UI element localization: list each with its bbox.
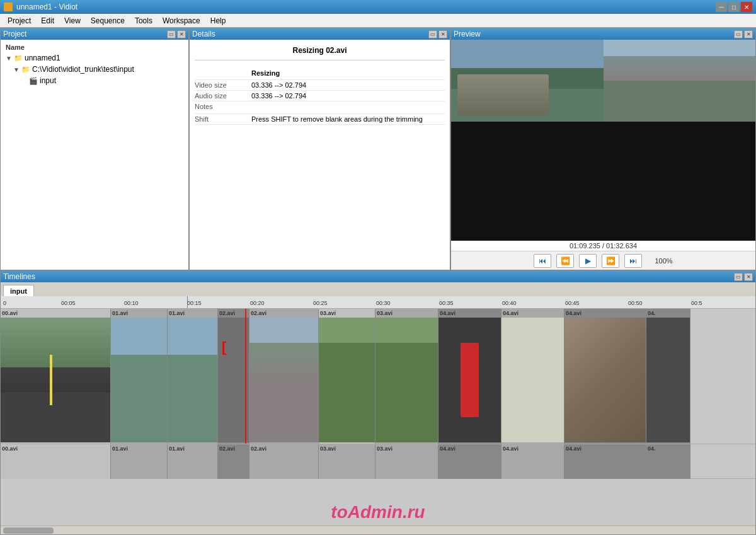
title-bar-controls[interactable]: ─ □ ✕ — [716, 2, 752, 12]
menu-edit[interactable]: Edit — [36, 15, 59, 26]
audio-clip-label-04a: 04.avi — [440, 446, 455, 452]
timelines-close[interactable]: ✕ — [744, 273, 753, 281]
video-clip-02b[interactable]: 02.avi — [249, 309, 319, 444]
project-panel-controls[interactable]: ▭ ✕ — [167, 30, 186, 38]
audio-clip-label-02b: 02.avi — [251, 446, 266, 452]
details-section-value: Resizing — [251, 67, 280, 78]
project-panel-close[interactable]: ✕ — [177, 30, 186, 38]
top-panels: Project ▭ ✕ Name ▼ 📁 unnamed1 ▼ 📁 C:\Vid… — [0, 28, 756, 270]
timelines-label: Timelines — [3, 272, 35, 281]
preview-panel-close[interactable]: ✕ — [744, 30, 753, 38]
clip-label-04c: 04.avi — [566, 310, 581, 316]
menu-workspace[interactable]: Workspace — [158, 15, 205, 26]
tree-label-path: C:\Vidiot\vidiot_trunk\test\input — [32, 65, 134, 74]
details-panel-controls[interactable]: ▭ ✕ — [428, 30, 447, 38]
audio-clip-03a[interactable]: 03.avi — [319, 444, 375, 479]
preview-play-button[interactable]: ▶ — [579, 254, 597, 268]
details-row-audiosize: Audio size 03.336 --> 02.794 — [195, 91, 445, 101]
video-clip-04a[interactable]: 04.avi — [438, 309, 501, 444]
preview-panel-restore[interactable]: ▭ — [734, 30, 743, 38]
preview-main — [451, 122, 755, 241]
maximize-button[interactable]: □ — [728, 2, 740, 12]
project-panel-content: Name ▼ 📁 unnamed1 ▼ 📁 C:\Vidiot\vidiot_t… — [1, 40, 188, 270]
scrollbar-thumb[interactable] — [3, 527, 54, 534]
preview-prev-button[interactable]: ⏪ — [556, 254, 574, 268]
tab-input[interactable]: input — [3, 285, 34, 296]
audio-clip-03b[interactable]: 03.avi — [375, 444, 438, 479]
preview-next-button[interactable]: ⏩ — [602, 254, 619, 268]
project-panel-title: Project ▭ ✕ — [1, 28, 188, 40]
audio-clip-label-04c: 04.avi — [566, 446, 581, 452]
timeline-tracks: 00.avi 01.avi — [1, 309, 755, 526]
project-panel-restore[interactable]: ▭ — [167, 30, 176, 38]
ruler-mark-45: 00:45 — [565, 300, 580, 306]
preview-zoom-label: 100% — [655, 257, 672, 265]
timelines-panel: Timelines ▭ ✕ input 0 00:05 00:10 00:15 … — [0, 270, 756, 535]
preview-panel: Preview ▭ ✕ — [450, 28, 756, 270]
timeline-scrollbar-h[interactable] — [1, 526, 755, 534]
tree-item-unnamed1[interactable]: ▼ 📁 unnamed1 — [3, 52, 186, 64]
clip-thumb-04d — [646, 318, 690, 442]
tree-item-path[interactable]: ▼ 📁 C:\Vidiot\vidiot_trunk\test\input — [3, 64, 186, 75]
tree-expand-unnamed1[interactable]: ▼ — [6, 55, 12, 62]
clip-thumb-03b — [375, 318, 438, 442]
audio-clip-01b[interactable]: 01.avi — [168, 444, 218, 479]
clip-thumb-01b — [168, 318, 217, 442]
clip-thumb-04c — [564, 318, 646, 442]
playhead-line — [245, 309, 246, 444]
ruler-mark-20: 00:20 — [250, 300, 265, 306]
clip-thumb-03a — [319, 318, 375, 442]
menu-tools[interactable]: Tools — [130, 15, 158, 26]
video-clip-01b[interactable]: 01.avi — [168, 309, 218, 444]
details-file-title: Resizing 02.avi — [195, 42, 445, 60]
video-clip-00[interactable]: 00.avi — [1, 309, 111, 444]
minimize-button[interactable]: ─ — [716, 2, 727, 12]
video-clip-01a[interactable]: 01.avi — [111, 309, 168, 444]
menu-sequence[interactable]: Sequence — [86, 15, 130, 26]
audio-clip-04a[interactable]: 04.avi — [438, 444, 501, 479]
tree-item-input[interactable]: 🎬 input — [3, 75, 186, 86]
preview-panel-title: Preview ▭ ✕ — [451, 28, 755, 40]
menu-view[interactable]: View — [59, 15, 86, 26]
ruler-mark-30: 00:30 — [376, 300, 391, 306]
audio-clip-label-01b: 01.avi — [169, 446, 185, 452]
tree-expand-path[interactable]: ▼ — [13, 66, 20, 73]
ruler-mark-40: 00:40 — [502, 300, 517, 306]
menu-help[interactable]: Help — [205, 15, 231, 26]
audio-clip-01a[interactable]: 01.avi — [111, 444, 168, 479]
timelines-controls[interactable]: ▭ ✕ — [734, 273, 753, 281]
preview-last-button[interactable]: ⏭ — [624, 254, 642, 268]
audio-clip-02b[interactable]: 02.avi — [249, 444, 319, 479]
clip-label-03a: 03.avi — [320, 310, 336, 316]
details-panel-restore[interactable]: ▭ — [428, 30, 437, 38]
ruler-mark-50: 00:50 — [628, 300, 643, 306]
menu-project[interactable]: Project — [3, 15, 36, 26]
timelines-restore[interactable]: ▭ — [734, 273, 743, 281]
details-label-audiosize: Audio size — [195, 92, 251, 100]
preview-first-button[interactable]: ⏮ — [534, 254, 551, 268]
details-panel-close[interactable]: ✕ — [438, 30, 447, 38]
ruler-mark-25: 00:25 — [313, 300, 328, 306]
audio-clip-04b[interactable]: 04.avi — [501, 444, 564, 479]
video-clip-03a[interactable]: 03.avi — [319, 309, 375, 444]
tree-label-unnamed1: unnamed1 — [25, 54, 60, 62]
audio-clip-04d[interactable]: 04. — [646, 444, 690, 479]
preview-panel-label: Preview — [454, 30, 481, 38]
details-row-shift: Shift Press SHIFT to remove blank areas … — [195, 114, 445, 125]
audio-clip-label-03b: 03.avi — [377, 446, 392, 452]
close-button[interactable]: ✕ — [741, 2, 752, 12]
video-clip-03b[interactable]: 03.avi — [375, 309, 438, 444]
details-content: Resizing 02.avi Resizing Video size 03.3… — [190, 40, 450, 270]
details-row-videosize: Video size 03.336 --> 02.794 — [195, 80, 445, 91]
preview-panel-controls[interactable]: ▭ ✕ — [734, 30, 753, 38]
video-clip-04c[interactable]: 04.avi — [564, 309, 646, 444]
audio-clip-04c[interactable]: 04.avi — [564, 444, 646, 479]
video-clip-02a[interactable]: 02.avi [ — [218, 309, 249, 444]
clip-label-02a: 02.avi — [219, 310, 235, 316]
audio-clip-00[interactable]: 00.avi — [1, 444, 111, 479]
clip-thumb-02a — [218, 318, 249, 442]
ruler-mark-15: 00:15 — [187, 300, 202, 306]
video-clip-04d[interactable]: 04. — [646, 309, 690, 444]
video-clip-04b[interactable]: 04.avi — [501, 309, 564, 444]
audio-clip-02a[interactable]: 02.avi — [218, 444, 249, 479]
